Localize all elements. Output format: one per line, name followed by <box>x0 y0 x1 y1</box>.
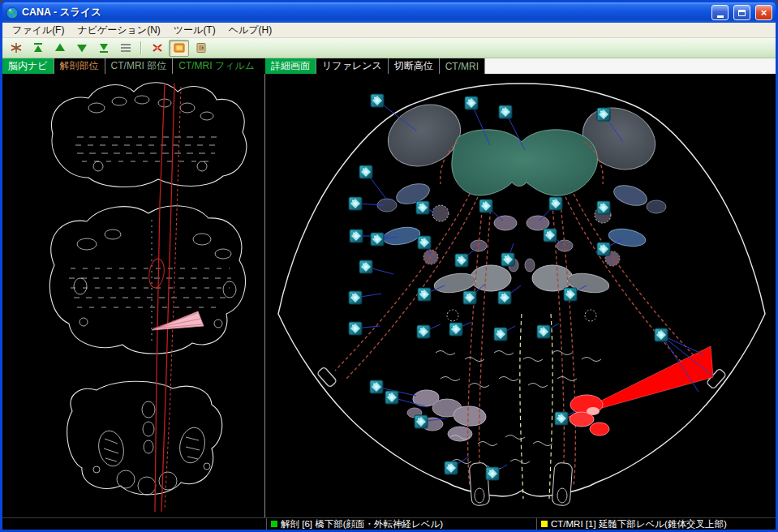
structure-marker-icon[interactable] <box>501 253 514 266</box>
close-button[interactable]: × <box>755 5 772 20</box>
structure-marker-icon[interactable] <box>463 291 476 304</box>
status-anatomy-section: 解剖 [6] 橋下部(顔面・外転神経レベル) <box>267 518 537 530</box>
detail-view-pane <box>265 74 778 517</box>
tab-reference[interactable]: リファレンス <box>316 58 389 74</box>
tab-cut-level[interactable]: 切断高位 <box>389 58 440 74</box>
anatomy-structures <box>377 93 666 441</box>
menu-navigation[interactable]: ナビゲーション(N) <box>71 23 166 38</box>
minimize-button[interactable] <box>711 5 729 20</box>
structure-marker-icon[interactable] <box>537 325 550 338</box>
structure-marker-icon[interactable] <box>499 105 512 118</box>
structure-marker-icon[interactable] <box>418 288 431 301</box>
structure-marker-icon[interactable] <box>597 242 610 255</box>
structure-marker-icon[interactable] <box>479 200 492 212</box>
structure-marker-icon[interactable] <box>455 254 468 267</box>
left-tab-strip: 脳内ナビ 解剖部位 CT/MRI 部位 CT/MRI フィルム <box>2 58 260 74</box>
structure-marker-icon[interactable] <box>555 412 568 425</box>
navigation-canvas[interactable] <box>2 74 260 517</box>
ctmri-status-label: CT/MRI [1] 延髄下部レベル(錐体交叉上部) <box>551 518 727 530</box>
status-bar: 解剖 [6] 橋下部(顔面・外転神経レベル) CT/MRI [1] 延髄下部レベ… <box>2 517 776 530</box>
brain-navigation-pane <box>2 74 260 517</box>
tab-anatomy-region[interactable]: 解剖部位 <box>54 58 105 74</box>
show-markers-icon[interactable] <box>169 40 189 57</box>
structure-marker-icon[interactable] <box>359 260 372 273</box>
tab-row: 脳内ナビ 解剖部位 CT/MRI 部位 CT/MRI フィルム 詳細画面 リファ… <box>2 58 776 74</box>
tab-ctmri-region[interactable]: CT/MRI 部位 <box>105 58 174 74</box>
structure-marker-icon[interactable] <box>564 288 577 301</box>
structure-marker-icon[interactable] <box>417 325 430 338</box>
structure-marker-icon[interactable] <box>349 322 362 335</box>
tab-ctmri[interactable]: CT/MRI <box>440 58 485 74</box>
app-window: CANA - スライス × ファイル(F) ナビゲーション(N) ツール(T) … <box>0 0 778 532</box>
structure-marker-icon[interactable] <box>371 233 384 246</box>
status-ctmri-section: CT/MRI [1] 延髄下部レベル(錐体交叉上部) <box>537 518 731 530</box>
structure-marker-icon[interactable] <box>350 230 363 242</box>
structure-marker-icon[interactable] <box>486 467 499 480</box>
structure-marker-icon[interactable] <box>359 165 372 178</box>
toolbar-separator <box>140 41 142 54</box>
menu-file[interactable]: ファイル(F) <box>6 23 71 38</box>
main-content <box>2 74 776 517</box>
menu-tools[interactable]: ツール(T) <box>167 23 222 38</box>
tab-ctmri-film[interactable]: CT/MRI フィルム <box>173 58 261 74</box>
structure-marker-icon[interactable] <box>349 197 362 210</box>
menu-help[interactable]: ヘルプ(H) <box>222 23 279 38</box>
structure-marker-icon[interactable] <box>544 229 557 242</box>
next-slice-icon[interactable] <box>71 40 92 57</box>
structure-marker-icon[interactable] <box>371 94 384 107</box>
tab-brain-navi[interactable]: 脳内ナビ <box>2 58 54 74</box>
right-tab-strip: 詳細画面 リファレンス 切断高位 CT/MRI <box>265 58 776 74</box>
detail-canvas[interactable] <box>265 74 778 517</box>
go-first-slice-icon[interactable] <box>28 40 48 57</box>
structure-marker-icon[interactable] <box>418 236 431 249</box>
middle-slice-outline <box>49 206 245 354</box>
structure-marker-icon[interactable] <box>498 291 511 304</box>
anatomy-indicator-icon <box>271 521 277 527</box>
status-spacer <box>2 518 267 530</box>
fourth-ventricle-teal-structure <box>452 130 598 195</box>
structure-marker-icon[interactable] <box>597 201 610 214</box>
anatomy-highlight-fan <box>152 311 204 330</box>
structure-marker-icon[interactable] <box>597 108 610 121</box>
structure-marker-icon[interactable] <box>416 201 429 214</box>
structure-marker-icon[interactable] <box>449 323 462 336</box>
window-title: CANA - スライス <box>22 6 707 19</box>
locate-position-icon[interactable] <box>6 40 26 57</box>
maximize-button[interactable] <box>733 5 750 20</box>
lower-slice-outline <box>67 381 222 495</box>
go-last-slice-icon[interactable] <box>93 40 114 57</box>
upper-slice-outline <box>51 83 246 187</box>
anatomy-status-label: 解剖 [6] 橋下部(顔面・外転神経レベル) <box>281 518 443 530</box>
selected-structure-red-highlight <box>567 346 713 435</box>
clear-markers-icon[interactable] <box>147 40 167 57</box>
structure-marker-icon[interactable] <box>465 97 478 109</box>
title-bar[interactable]: CANA - スライス × <box>2 2 776 23</box>
toolbar <box>2 38 776 58</box>
structure-marker-icon[interactable] <box>494 328 507 341</box>
previous-slice-icon[interactable] <box>49 40 70 57</box>
structure-marker-icon[interactable] <box>549 197 562 210</box>
structure-marker-icon[interactable] <box>349 291 362 304</box>
tab-detail-view[interactable]: 詳細画面 <box>265 58 316 74</box>
exit-icon[interactable] <box>191 40 211 57</box>
structure-marker-icon[interactable] <box>385 391 398 404</box>
ctmri-indicator-icon <box>541 521 548 527</box>
structure-marker-icon[interactable] <box>445 461 458 474</box>
app-globe-icon <box>6 6 19 19</box>
slice-list-icon[interactable] <box>115 40 135 57</box>
menu-bar: ファイル(F) ナビゲーション(N) ツール(T) ヘルプ(H) <box>2 23 776 38</box>
structure-marker-icon[interactable] <box>655 328 668 341</box>
structure-marker-icon[interactable] <box>370 380 383 393</box>
structure-marker-icon[interactable] <box>415 415 428 428</box>
medial-lemniscus-yellow-lines <box>520 314 552 499</box>
pyramid-structures <box>469 462 573 505</box>
